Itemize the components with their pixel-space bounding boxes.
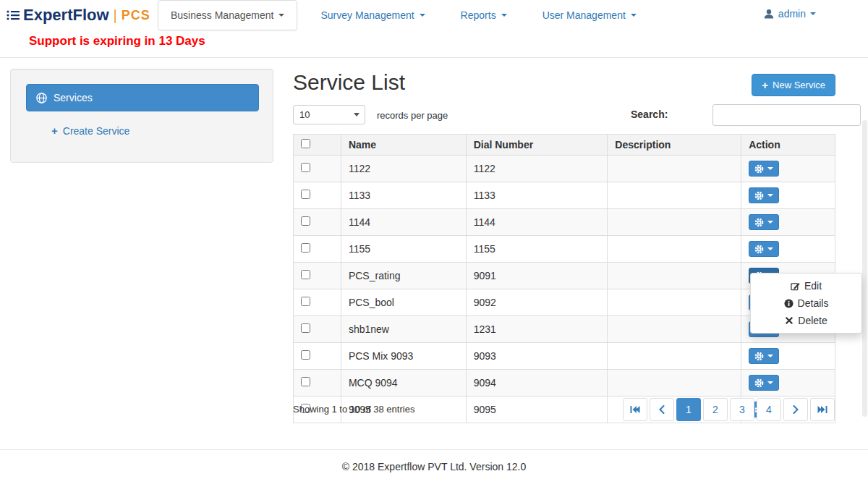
pagination-prev-button[interactable] (650, 398, 674, 421)
pagination-last-button[interactable] (810, 398, 835, 421)
gear-icon (754, 218, 764, 227)
nav-business-management[interactable]: Business Management (158, 0, 297, 30)
page-size-select[interactable]: 10 (293, 105, 365, 124)
brand-separator: | (114, 7, 117, 24)
search-input[interactable] (712, 104, 861, 126)
menu-item-edit[interactable]: Edit (751, 277, 861, 294)
table-row: MCQ 9094 9094 (294, 370, 835, 397)
row-checkbox[interactable] (301, 350, 310, 360)
row-checkbox[interactable] (301, 323, 310, 333)
cell-action (741, 182, 835, 209)
person-icon (764, 9, 774, 19)
cell-name: PCS_bool (341, 289, 466, 316)
brand-product: PCS (122, 8, 150, 23)
caret-down-icon (501, 14, 507, 17)
pagination: 1 2 3 4 (623, 398, 835, 421)
cell-dial: 9094 (466, 370, 608, 397)
plus-icon: + (51, 124, 58, 137)
cell-dial: 1122 (466, 156, 608, 182)
cell-name: shb1new (341, 316, 466, 343)
row-action-button[interactable] (749, 241, 779, 257)
row-action-button[interactable] (749, 375, 779, 391)
cell-name: 1144 (341, 209, 466, 236)
row-action-button[interactable] (749, 348, 779, 364)
cell-name: PCS Mix 9093 (341, 343, 466, 370)
cell-dial: 1133 (466, 182, 608, 209)
cell-description (608, 289, 741, 316)
nav-label: Survey Management (320, 9, 414, 21)
cell-checkbox (294, 316, 341, 343)
cell-action (741, 156, 835, 182)
cell-checkbox (294, 343, 341, 370)
row-checkbox[interactable] (301, 216, 310, 226)
select-all-checkbox[interactable] (301, 139, 310, 148)
cell-name: MCQ 9094 (341, 370, 466, 397)
nav-label: Business Management (171, 9, 273, 21)
pagination-first-button[interactable] (623, 398, 647, 421)
table-row: PCS Mix 9093 9093 (294, 343, 835, 370)
gear-icon (754, 164, 764, 174)
pagination-page-2[interactable]: 2 (703, 398, 728, 421)
menu-item-delete[interactable]: Delete (751, 312, 861, 329)
menu-item-details[interactable]: Details (751, 294, 861, 312)
row-checkbox[interactable] (301, 243, 310, 253)
nav-survey-management[interactable]: Survey Management (308, 0, 437, 30)
nav-label: Reports (461, 9, 496, 21)
gear-icon (754, 191, 764, 200)
menu-item-label: Edit (804, 280, 822, 292)
caret-down-icon (767, 194, 773, 197)
new-service-button[interactable]: + New Service (752, 74, 835, 96)
top-navbar: ExpertFlow | PCS Business Management Sur… (0, 0, 868, 58)
x-icon (785, 316, 793, 325)
scrollbar-thumb[interactable] (862, 120, 867, 417)
caret-down-icon (767, 221, 773, 224)
service-table-wrap: Name Dial Number Description Action 1122… (293, 134, 835, 423)
caret-down-icon (810, 12, 816, 15)
sidebar-item-create-service[interactable]: + Create Service (51, 124, 129, 137)
cell-dial: 1155 (466, 236, 608, 263)
cell-description (608, 343, 741, 370)
main-nav: Business Management Survey Management Re… (158, 0, 660, 30)
user-menu[interactable]: admin (764, 8, 816, 20)
records-per-page-label: records per page (377, 110, 448, 121)
row-action-button[interactable] (749, 161, 779, 177)
nav-user-management[interactable]: User Management (530, 0, 649, 30)
pagination-page-3[interactable]: 3 (730, 398, 754, 421)
nav-reports[interactable]: Reports (448, 0, 519, 30)
cell-checkbox (294, 263, 341, 289)
prev-page-icon (659, 405, 665, 414)
pagination-page-4[interactable]: 4 (757, 398, 781, 421)
cell-dial: 9091 (466, 263, 608, 289)
pagination-next-button[interactable] (783, 398, 808, 421)
last-page-icon (817, 405, 827, 414)
row-checkbox[interactable] (301, 270, 310, 279)
new-service-label: New Service (773, 80, 825, 90)
main-content: Service List + New Service 10 records pe… (293, 69, 861, 445)
cell-checkbox (294, 209, 341, 236)
header-dial-number: Dial Number (466, 135, 608, 156)
header-action: Action (741, 135, 835, 156)
sidebar-item-services[interactable]: Services (26, 84, 259, 111)
page-size-select-wrap: 10 (293, 105, 365, 124)
row-checkbox[interactable] (301, 377, 310, 386)
table-row: 1122 1122 (294, 156, 835, 182)
header-description: Description (608, 135, 741, 156)
nav-label: User Management (542, 9, 626, 21)
header-checkbox-cell (294, 135, 341, 156)
pagination-page-1[interactable]: 1 (676, 398, 701, 421)
table-header-row: Name Dial Number Description Action (294, 135, 835, 156)
brand-logo: ExpertFlow | PCS (6, 6, 150, 25)
support-alert: Support is expiring in 13 Days (29, 34, 205, 48)
row-action-button[interactable] (749, 214, 779, 230)
row-checkbox[interactable] (301, 190, 310, 199)
cell-dial: 1231 (466, 316, 608, 343)
table-row: 1144 1144 (294, 209, 835, 236)
caret-down-icon (631, 14, 637, 17)
row-checkbox[interactable] (301, 297, 310, 306)
row-checkbox[interactable] (301, 163, 310, 172)
cell-dial: 9093 (466, 343, 608, 370)
cell-action (741, 370, 835, 397)
cell-description (608, 316, 741, 343)
row-action-button[interactable] (749, 187, 779, 203)
cell-description (608, 209, 741, 236)
